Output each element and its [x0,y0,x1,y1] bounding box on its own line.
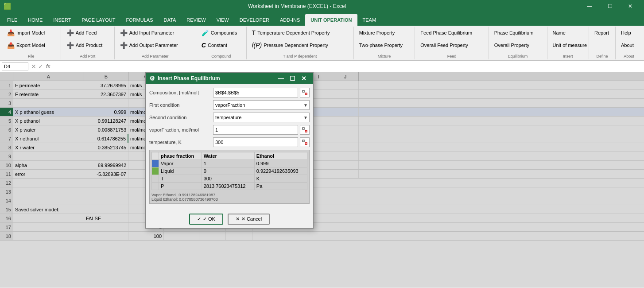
composition-ref-button[interactable] [300,88,310,97]
tab-team[interactable]: TEAM [357,14,382,26]
ribbon-group-about: Help About About [616,27,642,59]
second-condition-label: Second condition [149,115,211,120]
tab-page-layout[interactable]: PAGE LAYOUT [76,14,120,26]
tab-insert[interactable]: INSERT [48,14,76,26]
pressure-dependent-button[interactable]: f(P)Pressure Dependent Property [249,41,331,50]
feed-phase-equilibrium-button[interactable]: Feed Phase Equilibrium [418,28,475,37]
tab-unit-operation[interactable]: UNIT OPERATION [305,14,357,26]
export-model-button[interactable]: 📤Export Model [4,41,48,50]
equilibrium-label: Equilibrium [492,53,544,58]
ok-button[interactable]: ✓ ✓ OK [189,214,223,225]
tab-data[interactable]: DATA [159,14,182,26]
minimize-button[interactable]: — [579,0,600,12]
tab-review[interactable]: REVIEW [181,14,211,26]
cancel-button[interactable]: ✕ ✕ Cancel [228,214,270,225]
import-model-button[interactable]: 📥Import Model [4,28,47,37]
temperature-input[interactable] [213,137,298,147]
extra-ethanol-values: Vapor Ethanol: 0.991128246981987 Liquid … [151,192,307,202]
first-condition-select[interactable]: vaporFraction temperature pressure [213,100,310,110]
window-title: Worksheet in Membrane (EXCEL) - Excel [15,3,579,9]
first-condition-row: First condition vaporFraction temperatur… [149,100,310,110]
temperature-row: temperature, K [149,137,310,147]
define-label: Define [592,53,613,58]
liquid-label: Liquid [159,167,202,175]
composition-input[interactable] [213,88,298,97]
svg-rect-5 [305,143,307,144]
p-value: 2813.76023475312 [202,183,254,190]
temperature-dependent-button[interactable]: TTemperature Dependent Property [249,28,333,37]
tab-file[interactable]: FILE [2,14,23,26]
liquid-ethanol-value: Liquid Ethanol: 0.0770580736490703 [151,197,218,202]
temperature-ref-button[interactable] [300,137,310,147]
svg-rect-2 [303,128,304,129]
dialog-overlay: ⚙ Insert Phase Equilibrium — ☐ ✕ Composi… [0,72,644,288]
tab-developer[interactable]: DEVELOPER [234,14,275,26]
dialog-close-button[interactable]: ✕ [298,73,310,84]
t-color-cell [152,175,159,183]
dialog-maximize-button[interactable]: ☐ [287,73,298,84]
add-feed-button[interactable]: ➕Add Feed [64,28,100,37]
dialog-titlebar: ⚙ Insert Phase Equilibrium — ☐ ✕ [146,73,313,84]
maximize-button[interactable]: ☐ [600,0,620,12]
fx-label: fx [46,63,50,70]
first-condition-label: First condition [149,102,211,108]
first-condition-select-wrapper[interactable]: vaporFraction temperature pressure ▼ [213,100,310,110]
name-button[interactable]: Name [550,28,568,37]
file-buttons: 📥Import Model 📤Export Model [4,27,58,53]
add-parameter-label: Add Parameter [117,53,193,58]
tab-add-ins[interactable]: ADD-INS [275,14,305,26]
unit-of-measure-button[interactable]: Unit of measure [550,41,590,50]
results-header-color [152,152,159,160]
ok-checkmark-icon: ✓ [197,216,201,222]
add-output-parameter-button[interactable]: ➕Add Output Parameter [117,41,181,50]
cell-reference-input[interactable] [2,62,28,70]
overall-feed-property-button[interactable]: Overall Feed Property [418,41,471,50]
dialog-footer: ✓ ✓ OK ✕ ✕ Cancel [146,211,313,228]
svg-rect-3 [305,130,307,132]
tab-view[interactable]: VIEW [211,14,234,26]
ribbon-group-mixture: Mixture Property Two-phase Property Mixt… [354,27,415,59]
tab-home[interactable]: HOME [23,14,48,26]
ribbon-group-insert: Name Unit of measure Insert [547,27,589,59]
vaporfraction-ref-button[interactable] [300,125,310,135]
vapor-fraction: 1 [202,160,254,167]
mixture-label: Mixture [357,53,412,58]
ribbon-group-equilibrium: Phase Equilibrium Overall Property Equil… [489,27,547,59]
excel-icon: 🟩 [4,3,11,10]
tab-formulas[interactable]: FORMULAS [120,14,158,26]
help-button[interactable]: Help [618,28,634,37]
constant-button[interactable]: CConstant [199,41,230,50]
mixture-property-button[interactable]: Mixture Property [357,28,398,37]
results-area: phase fraction Water Ethanol Vapor 1 0.9… [149,150,310,204]
vapor-water: 0.999 [254,160,307,167]
about-button[interactable]: About [618,41,636,50]
compounds-button[interactable]: 🧪Compounds [199,28,240,37]
two-phase-property-button[interactable]: Two-phase Property [357,41,405,50]
phase-equilibrium-button[interactable]: Phase Equilibrium [492,28,536,37]
ribbon-group-define: Report Define [589,27,616,59]
title-bar-controls[interactable]: — ☐ ✕ [579,0,640,12]
define-buttons: Report [592,27,613,53]
ribbon-group-file: 📥Import Model 📤Export Model File [2,27,61,59]
composition-label: Composition, [mol/mol] [149,90,211,95]
dialog-minimize-button[interactable]: — [275,73,287,84]
second-condition-select[interactable]: temperature pressure vaporFraction [213,113,310,122]
report-button[interactable]: Report [592,28,612,37]
spreadsheet: A B C D E F G H I J 1 F permeate 37.2678… [0,72,644,288]
liquid-fraction: 0 [202,167,254,175]
results-header-ethanol: Ethanol [254,152,307,160]
second-condition-select-wrapper[interactable]: temperature pressure vaporFraction ▼ [213,113,310,122]
vaporfraction-input[interactable] [213,125,298,135]
feed-buttons: Feed Phase Equilibrium Overall Feed Prop… [418,27,485,53]
file-group-label: File [4,53,58,58]
about-buttons: Help About [618,27,640,53]
overall-property-button[interactable]: Overall Property [492,41,532,50]
add-input-parameter-button[interactable]: ➕Add Input Parameter [117,28,177,37]
insert-buttons: Name Unit of measure [550,27,586,53]
formula-input[interactable] [52,64,642,69]
dialog-body: Composition, [mol/mol] First condition v… [146,84,313,211]
composition-row: Composition, [mol/mol] [149,88,310,97]
close-button[interactable]: ✕ [620,0,640,12]
add-product-button[interactable]: ➕Add Product [64,41,105,50]
cancel-x-icon: ✕ [236,216,240,222]
